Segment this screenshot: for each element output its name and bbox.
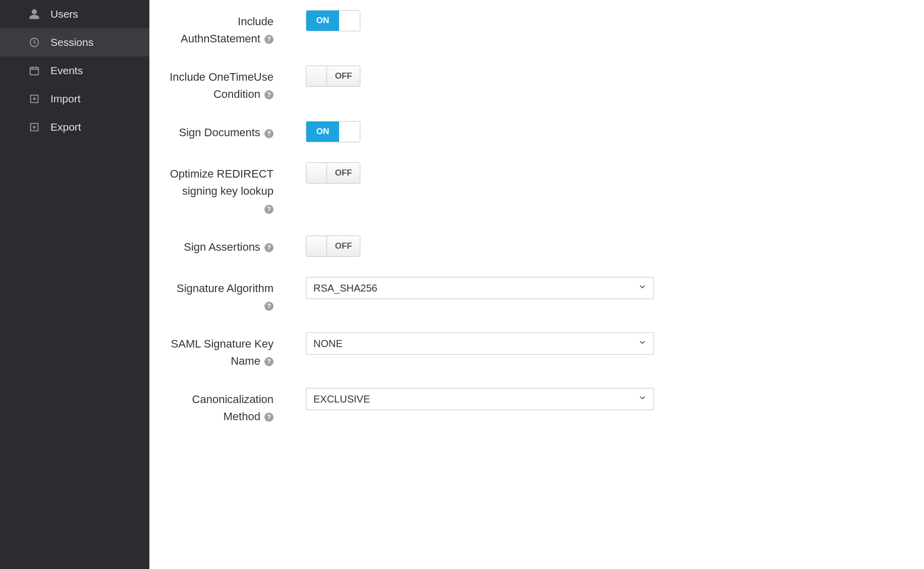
control-saml-signature-key-name: NONE	[281, 332, 654, 355]
user-icon	[28, 8, 40, 20]
help-icon[interactable]: ?	[264, 302, 274, 311]
label-text: Canonicalization Method	[192, 393, 274, 423]
sidebar-item-label: Users	[50, 8, 78, 20]
toggle-on-label: ON	[306, 236, 327, 256]
control-include-authn-statement: ON OFF	[281, 10, 360, 31]
toggle-include-onetimeuse[interactable]: ON OFF	[306, 66, 360, 87]
control-canonicalization-method: EXCLUSIVE	[281, 388, 654, 410]
sidebar-item-import[interactable]: Import	[0, 85, 149, 113]
help-icon[interactable]: ?	[264, 413, 274, 422]
import-icon	[28, 93, 40, 105]
toggle-include-authn-statement[interactable]: ON OFF	[306, 10, 360, 31]
row-sign-assertions: Sign Assertions ? ON OFF	[170, 236, 904, 259]
select-signature-algorithm-wrap: RSA_SHA256	[306, 277, 654, 299]
select-saml-key-name-wrap: NONE	[306, 332, 654, 355]
toggle-on-label: ON	[306, 66, 327, 86]
control-optimize-redirect: ON OFF	[281, 162, 360, 184]
row-sign-documents: Sign Documents ? ON OFF	[170, 121, 904, 144]
toggle-off-label: OFF	[327, 236, 360, 256]
calendar-icon	[28, 65, 40, 77]
label-text: Sign Documents	[179, 126, 260, 139]
sidebar-item-events[interactable]: Events	[0, 56, 149, 85]
toggle-off-label: OFF	[327, 66, 360, 86]
toggle-on-label: ON	[306, 163, 327, 183]
select-saml-key-name[interactable]: NONE	[306, 332, 654, 355]
help-icon[interactable]: ?	[264, 90, 274, 99]
label-sign-assertions: Sign Assertions ?	[170, 236, 281, 256]
control-include-onetimeuse: ON OFF	[281, 66, 360, 87]
row-canonicalization-method: Canonicalization Method ? EXCLUSIVE	[170, 388, 904, 425]
help-icon[interactable]: ?	[264, 35, 274, 44]
sidebar-item-label: Sessions	[50, 36, 93, 48]
label-text: Include OneTimeUse Condition	[170, 71, 274, 100]
label-text: Signature Algorithm	[177, 282, 274, 295]
label-text: SAML Signature Key Name	[171, 337, 274, 367]
label-text: Optimize REDIRECT signing key lookup	[170, 167, 274, 197]
help-icon[interactable]: ?	[264, 205, 274, 214]
control-sign-documents: ON OFF	[281, 121, 360, 142]
toggle-optimize-redirect[interactable]: ON OFF	[306, 162, 360, 184]
toggle-sign-documents[interactable]: ON OFF	[306, 121, 360, 142]
label-optimize-redirect: Optimize REDIRECT signing key lookup ?	[170, 162, 281, 217]
row-include-authn-statement: Include AuthnStatement ? ON OFF	[170, 10, 904, 47]
label-saml-signature-key-name: SAML Signature Key Name ?	[170, 332, 281, 370]
control-sign-assertions: ON OFF	[281, 236, 360, 257]
label-signature-algorithm: Signature Algorithm ?	[170, 277, 281, 314]
label-canonicalization-method: Canonicalization Method ?	[170, 388, 281, 425]
row-signature-algorithm: Signature Algorithm ? RSA_SHA256	[170, 277, 904, 314]
toggle-off-label: OFF	[339, 11, 360, 31]
row-optimize-redirect: Optimize REDIRECT signing key lookup ? O…	[170, 162, 904, 217]
main-content: Include AuthnStatement ? ON OFF Include …	[149, 0, 924, 569]
select-signature-algorithm[interactable]: RSA_SHA256	[306, 277, 654, 299]
label-text: Sign Assertions	[184, 241, 260, 253]
sidebar-nav: Users Sessions Events Import Export	[0, 0, 149, 569]
toggle-on-label: ON	[306, 122, 339, 142]
row-include-onetimeuse: Include OneTimeUse Condition ? ON OFF	[170, 66, 904, 103]
toggle-on-label: ON	[306, 11, 339, 31]
sidebar-item-label: Events	[50, 65, 83, 77]
export-icon	[28, 121, 40, 133]
toggle-off-label: OFF	[339, 122, 360, 142]
label-include-authn-statement: Include AuthnStatement ?	[170, 10, 281, 47]
clock-icon	[28, 36, 40, 48]
sidebar-item-label: Import	[50, 93, 81, 105]
help-icon[interactable]: ?	[264, 243, 274, 252]
sidebar-item-sessions[interactable]: Sessions	[0, 28, 149, 56]
toggle-sign-assertions[interactable]: ON OFF	[306, 236, 360, 257]
sidebar-item-users[interactable]: Users	[0, 0, 149, 28]
label-text: Include AuthnStatement	[181, 15, 274, 45]
select-canonicalization-method-wrap: EXCLUSIVE	[306, 388, 654, 410]
label-include-onetimeuse: Include OneTimeUse Condition ?	[170, 66, 281, 103]
control-signature-algorithm: RSA_SHA256	[281, 277, 654, 299]
svg-rect-1	[30, 68, 39, 75]
sidebar-item-export[interactable]: Export	[0, 113, 149, 141]
select-canonicalization-method[interactable]: EXCLUSIVE	[306, 388, 654, 410]
help-icon[interactable]: ?	[264, 357, 274, 366]
help-icon[interactable]: ?	[264, 129, 274, 138]
label-sign-documents: Sign Documents ?	[170, 121, 281, 141]
toggle-off-label: OFF	[327, 163, 360, 183]
sidebar-item-label: Export	[50, 121, 81, 133]
row-saml-signature-key-name: SAML Signature Key Name ? NONE	[170, 332, 904, 370]
